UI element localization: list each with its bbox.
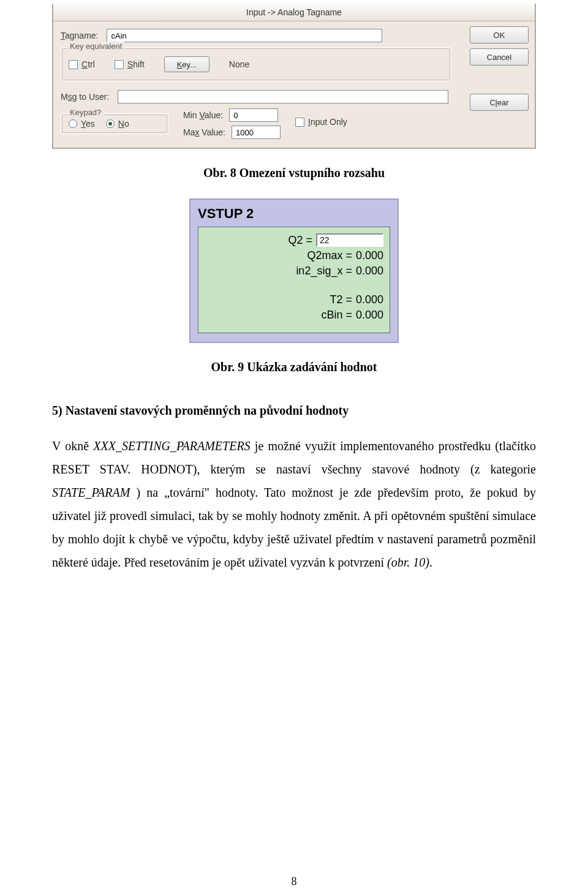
tagname-input[interactable] xyxy=(107,29,382,42)
figure8-caption: Obr. 8 Omezení vstupního rozsahu xyxy=(0,166,588,180)
clear-button[interactable]: Clear xyxy=(470,94,529,111)
q2max-label: Q2max = xyxy=(307,249,352,262)
q2max-value: 0.000 xyxy=(356,249,383,262)
ok-button[interactable]: OK xyxy=(470,26,529,43)
tagname-label: TTagname:agname: xyxy=(61,31,98,40)
in2sigx-label: in2_sig_x = xyxy=(296,265,352,277)
key-button[interactable]: Key... xyxy=(164,56,209,72)
minvalue-input[interactable] xyxy=(229,108,278,122)
cbin-label: cBin = xyxy=(321,309,352,322)
t2-value: 0.000 xyxy=(356,293,383,306)
inputonly-checkbox[interactable]: Input Only xyxy=(295,117,347,127)
key-equivalent-legend: Key equivalent xyxy=(67,42,124,51)
msg-label: Msg to User: xyxy=(61,92,109,102)
checkbox-box xyxy=(295,118,304,127)
key-value: None xyxy=(229,59,249,69)
keypad-yes-radio[interactable]: Yes xyxy=(69,119,95,129)
vstup2-title: VSTUP 2 xyxy=(198,206,390,222)
radio-circle xyxy=(106,119,115,128)
t2-label: T2 = xyxy=(330,293,352,306)
body-text: 5) Nastavení stavových proměnných na pův… xyxy=(52,399,536,574)
section5-heading: 5) Nastavení stavových proměnných na pův… xyxy=(52,399,536,422)
maxvalue-input[interactable] xyxy=(232,126,281,139)
radio-circle xyxy=(69,119,77,128)
in2sigx-value: 0.000 xyxy=(356,265,383,277)
maxvalue-label: Max Value: xyxy=(183,127,225,137)
analog-tagname-dialog: Input -> Analog Tagname TTagname:agname:… xyxy=(52,4,536,149)
dialog-titlebar: Input -> Analog Tagname xyxy=(53,4,535,21)
body-paragraph: V okně XXX_SETTING_PARAMETERS je možné v… xyxy=(52,434,536,574)
q2-label: Q2 = xyxy=(288,234,312,247)
vstup2-panel: VSTUP 2 Q2 = Q2max = 0.000 in2_sig_x = 0… xyxy=(189,198,399,343)
figure9-caption: Obr. 9 Ukázka zadávání hodnot xyxy=(0,360,588,374)
key-equivalent-group: Key equivalent Ctrl Shift Key... None xyxy=(61,47,451,81)
keypad-legend: Keypad? xyxy=(67,108,104,117)
dialog-title: Input -> Analog Tagname xyxy=(246,7,342,17)
page-number: 8 xyxy=(0,875,588,888)
keypad-group: Keypad? Yes No xyxy=(61,113,168,134)
shift-checkbox[interactable]: Shift xyxy=(115,59,145,69)
ctrl-checkbox[interactable]: Ctrl xyxy=(69,59,95,69)
checkbox-box xyxy=(115,60,124,69)
q2-input[interactable] xyxy=(316,233,383,247)
minvalue-label: Min Value: xyxy=(183,110,223,120)
cbin-value: 0.000 xyxy=(356,309,383,322)
cancel-button[interactable]: Cancel xyxy=(470,48,529,66)
msg-input[interactable] xyxy=(118,90,448,104)
vstup2-green-area: Q2 = Q2max = 0.000 in2_sig_x = 0.000 T2 … xyxy=(198,227,390,333)
checkbox-box xyxy=(69,60,78,69)
keypad-no-radio[interactable]: No xyxy=(106,119,129,129)
